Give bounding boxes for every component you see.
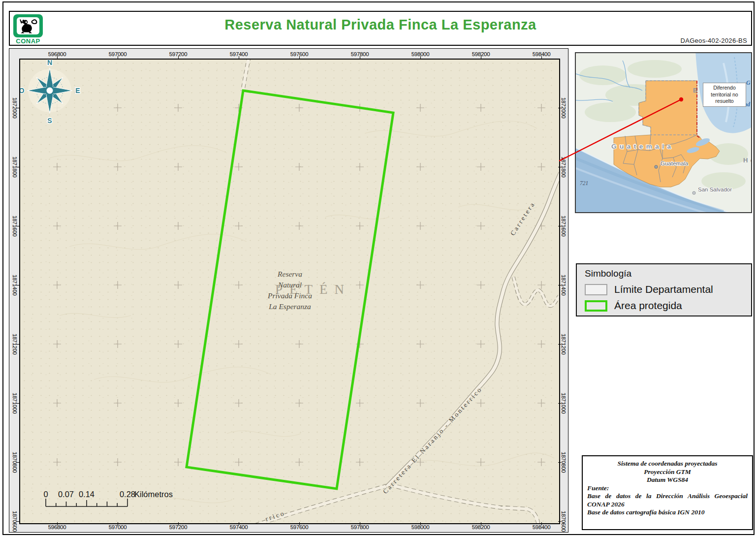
scale-label-028: 0.28	[120, 490, 135, 499]
legend-title: Simbología	[585, 268, 751, 279]
grid-tick	[57, 522, 58, 525]
grid-tick	[420, 56, 421, 59]
grid-tick	[118, 56, 118, 59]
grid-tick	[17, 226, 20, 226]
legend-item-label: Límite Departamental	[614, 284, 713, 295]
grid-tick	[558, 462, 561, 463]
grid-tick	[299, 522, 300, 525]
territorial-dispute-callout: Diferendo territorial no resuelto	[703, 83, 746, 107]
main-map-frame: Carretera El Naranjo - Monterrico Carret…	[9, 48, 568, 533]
inset-depth-label: 721	[580, 180, 588, 186]
scale-label-007: 0.07	[58, 490, 74, 499]
scale-label-0: 0	[43, 490, 48, 499]
axis-label-y: 1871600	[561, 216, 567, 237]
road-label-upper: Carretera	[509, 200, 536, 237]
grid-tick	[57, 56, 58, 59]
grid-tick	[360, 522, 360, 525]
grid-tick	[17, 462, 20, 463]
inset-san-salvador-label: San Salvador	[698, 187, 732, 192]
grid-tick	[299, 56, 300, 59]
document-code: DAGeos-402-2026-BS	[681, 37, 747, 44]
compass-rose-icon: N E S O	[20, 60, 80, 125]
axis-label-y: 1870600	[561, 511, 567, 532]
legend-item-label: Área protegida	[614, 300, 682, 312]
grid-tick	[118, 522, 118, 525]
page-title: Reserva Natural Privada Finca La Esperan…	[10, 17, 751, 33]
grid-tick	[558, 344, 561, 345]
grid-tick	[558, 403, 561, 404]
inset-guatemala-city-dot	[655, 165, 658, 168]
compass-n-label: N	[47, 60, 52, 66]
info-line-coordinate-system: Sistema de coordenadas proyectadas	[587, 460, 748, 468]
grid-tick	[558, 226, 561, 226]
map-document-page: CONAP Reserva Natural Privada Finca La E…	[0, 0, 756, 536]
compass-e-label: E	[75, 87, 80, 95]
inset-gulf-label-fragment2: G	[746, 79, 751, 86]
compass-o-label: O	[20, 87, 25, 95]
road-label-fragment: rrico	[264, 509, 286, 522]
inset-belize-label-fragment: B	[693, 87, 697, 94]
road-label-main: Carretera El Naranjo - Monterrico	[381, 385, 484, 496]
grid-tick	[360, 56, 360, 59]
legend-item-protected-area: Área protegida	[585, 300, 751, 312]
protected-area-name-label: Reserva Natural Privada Finca La Esperan…	[231, 269, 349, 312]
legend-box: Simbología Límite Departamental Área pro…	[576, 263, 752, 316]
axis-label-y: 1871800	[561, 157, 567, 178]
axis-label-y: 1871200	[561, 334, 567, 355]
inset-honduras-label-fragment: Ho	[743, 157, 751, 164]
area-label-line: Privada Finca	[231, 290, 349, 301]
info-line-projection: Proyección GTM	[587, 468, 748, 476]
road-squiggle-east	[513, 277, 559, 306]
protected-area-swatch	[585, 300, 607, 312]
inset-country-label: Guatemala	[611, 143, 674, 150]
grid-tick	[558, 521, 561, 522]
road-carretera-el-naranjo-monterrico	[387, 173, 559, 487]
conap-logo-text: CONAP	[12, 37, 44, 45]
road-south	[255, 485, 538, 523]
inset-san-salvador-dot	[693, 191, 695, 194]
title-bar: CONAP Reserva Natural Privada Finca La E…	[9, 11, 752, 46]
info-source-1: Base de datos de la Dirección Análisis G…	[587, 492, 748, 508]
info-fuente-label: Fuente:	[587, 484, 748, 493]
grid-tick	[17, 285, 20, 285]
axis-label-y: 1870800	[561, 452, 567, 473]
area-label-line: Reserva	[231, 269, 349, 280]
grid-tick	[541, 56, 542, 59]
grid-tick	[17, 344, 20, 345]
main-map: Carretera El Naranjo - Monterrico Carret…	[19, 59, 560, 524]
road-trail-north	[243, 60, 249, 91]
legend-item-departmental-limit: Límite Departamental	[585, 284, 751, 295]
grid-tick	[17, 108, 20, 108]
grid-tick	[541, 522, 542, 525]
grid-tick	[558, 108, 561, 108]
grid-tick	[239, 56, 239, 59]
inset-location-map: Guatemala Guatemala San Salvador B Ho 72…	[575, 52, 752, 213]
projection-info-box: Sistema de coordenadas proyectadas Proye…	[582, 455, 753, 530]
info-source-2: Base de datos cartografía básica IGN 201…	[587, 508, 748, 517]
grid-tick	[17, 521, 20, 522]
area-label-line: Natural	[231, 280, 349, 290]
info-line-datum: Datum WGS84	[587, 476, 748, 484]
scale-label-014: 0.14	[79, 490, 94, 499]
inset-city-label: Guatemala	[661, 160, 689, 166]
grid-tick	[558, 285, 561, 285]
axis-label-y: 1871000	[561, 393, 567, 414]
grid-tick	[481, 522, 481, 525]
departmental-limit-swatch	[585, 284, 607, 295]
grid-tick	[17, 403, 20, 404]
grid-tick	[17, 167, 20, 167]
scale-unit-label: Kilómetros	[134, 490, 173, 499]
area-label-line: La Esperanza	[231, 301, 349, 312]
axis-label-y: 1871400	[561, 275, 567, 296]
grid-tick	[178, 56, 179, 59]
scale-bar: 0 0.07 0.14 0.28 Kilómetros	[43, 490, 173, 506]
grid-tick	[420, 522, 421, 525]
compass-s-label: S	[47, 117, 52, 125]
inset-map-canvas: Guatemala Guatemala San Salvador B Ho 72…	[576, 53, 751, 212]
grid-tick	[178, 522, 179, 525]
grid-tick	[481, 56, 481, 59]
grid-tick	[239, 522, 239, 525]
grid-tick	[558, 167, 561, 167]
axis-label-y: 1872000	[561, 97, 567, 119]
